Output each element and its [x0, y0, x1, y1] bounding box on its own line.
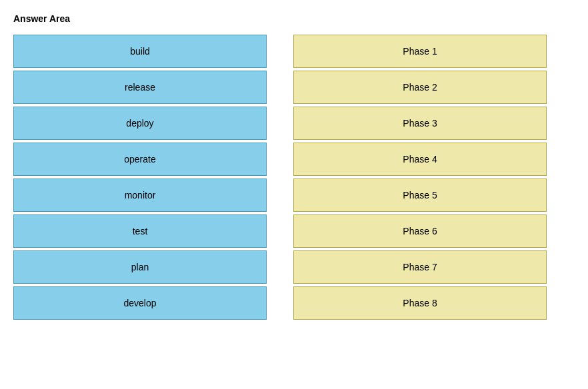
right-item-phase-8[interactable]: Phase 8	[293, 286, 547, 320]
right-item-phase-3[interactable]: Phase 3	[293, 107, 547, 140]
left-item-build[interactable]: build	[13, 35, 267, 68]
left-item-develop[interactable]: develop	[13, 286, 267, 320]
right-item-phase-6[interactable]: Phase 6	[293, 214, 547, 248]
left-item-test[interactable]: test	[13, 214, 267, 248]
right-item-phase-7[interactable]: Phase 7	[293, 250, 547, 284]
right-item-phase-2[interactable]: Phase 2	[293, 71, 547, 104]
left-item-release[interactable]: release	[13, 71, 267, 104]
answer-area: Answer Area buildreleasedeployoperatemon…	[13, 13, 575, 320]
right-item-phase-1[interactable]: Phase 1	[293, 35, 547, 68]
right-item-phase-4[interactable]: Phase 4	[293, 143, 547, 176]
right-item-phase-5[interactable]: Phase 5	[293, 179, 547, 212]
left-item-operate[interactable]: operate	[13, 143, 267, 176]
left-column: buildreleasedeployoperatemonitortestplan…	[13, 35, 267, 320]
left-item-plan[interactable]: plan	[13, 250, 267, 284]
left-item-deploy[interactable]: deploy	[13, 107, 267, 140]
left-item-monitor[interactable]: monitor	[13, 179, 267, 212]
right-column: Phase 1Phase 2Phase 3Phase 4Phase 5Phase…	[293, 35, 547, 320]
answer-area-title: Answer Area	[13, 13, 575, 24]
columns-container: buildreleasedeployoperatemonitortestplan…	[13, 35, 575, 320]
